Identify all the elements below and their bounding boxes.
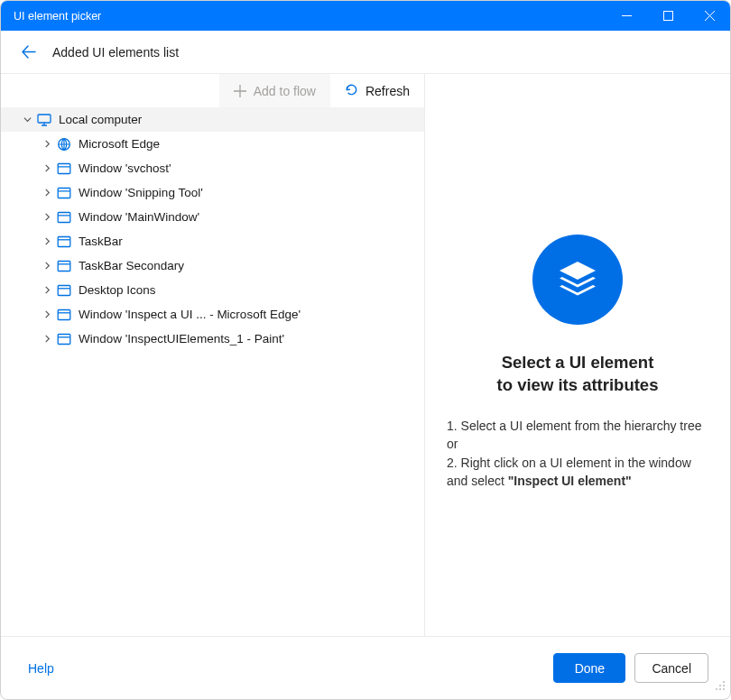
window-icon xyxy=(57,283,71,298)
window-title: UI element picker xyxy=(14,10,101,23)
tree-root[interactable]: Local computer xyxy=(1,107,424,132)
window-icon xyxy=(57,210,71,225)
monitor-icon xyxy=(37,113,51,127)
tree-item[interactable]: Desktop Icons xyxy=(1,278,424,302)
body: Add to flow Refresh Loca xyxy=(1,74,730,636)
tree-item[interactable]: Window 'Snipping Tool' xyxy=(1,180,424,205)
window-icon xyxy=(57,259,71,273)
tree-item-label: Microsoft Edge xyxy=(79,137,160,151)
tree-item[interactable]: Microsoft Edge xyxy=(1,132,424,156)
chevron-right-icon[interactable] xyxy=(41,211,53,224)
tree-item[interactable]: Window 'svchost' xyxy=(1,156,424,180)
svg-rect-6 xyxy=(58,236,70,246)
app-window: UI element picker Added UI elements list xyxy=(0,0,731,700)
chevron-right-icon[interactable] xyxy=(41,309,53,321)
maximize-icon xyxy=(663,11,673,21)
svg-rect-10 xyxy=(58,334,70,344)
globe-icon xyxy=(57,137,71,152)
tree-item[interactable]: Window 'InspectUIElements_1 - Paint' xyxy=(1,327,424,351)
svg-rect-5 xyxy=(58,212,70,222)
titlebar: UI element picker xyxy=(1,1,730,31)
close-button[interactable] xyxy=(689,1,730,31)
svg-rect-9 xyxy=(58,309,70,319)
tree-root-label: Local computer xyxy=(59,113,142,126)
add-to-flow-button: Add to flow xyxy=(219,74,330,107)
svg-rect-4 xyxy=(58,188,70,198)
window-icon xyxy=(57,161,71,176)
tree-item-label: Window 'MainWindow' xyxy=(79,210,199,224)
footer: Help Done Cancel xyxy=(1,636,730,699)
chevron-right-icon[interactable] xyxy=(41,235,53,248)
refresh-button[interactable]: Refresh xyxy=(330,74,424,107)
minimize-button[interactable] xyxy=(606,1,647,31)
left-pane: Add to flow Refresh Loca xyxy=(1,74,425,636)
refresh-label: Refresh xyxy=(366,84,410,98)
tree-item-label: TaskBar Secondary xyxy=(79,259,184,272)
placeholder-title: Select a UI element to view its attribut… xyxy=(497,352,659,397)
arrow-left-icon xyxy=(21,44,36,60)
maximize-button[interactable] xyxy=(647,1,689,31)
window-controls xyxy=(606,1,730,31)
chevron-right-icon[interactable] xyxy=(41,138,53,151)
back-button[interactable] xyxy=(21,44,36,60)
placeholder-title-line2: to view its attributes xyxy=(497,375,659,394)
placeholder-step-2: 2. Right click on a UI element in the wi… xyxy=(447,454,708,491)
svg-rect-3 xyxy=(58,163,70,173)
minimize-icon xyxy=(622,11,632,21)
tree[interactable]: Local computer Microsoft EdgeWindow 'svc… xyxy=(1,107,424,636)
tree-item-label: Window 'Inspect a UI ... - Microsoft Edg… xyxy=(79,308,301,321)
chevron-right-icon[interactable] xyxy=(41,162,53,175)
chevron-right-icon[interactable] xyxy=(41,187,53,199)
tree-item-label: Window 'svchost' xyxy=(79,161,171,175)
done-button[interactable]: Done xyxy=(553,653,625,683)
svg-rect-8 xyxy=(58,285,70,295)
page-header: Added UI elements list xyxy=(1,31,730,74)
tree-item[interactable]: TaskBar Secondary xyxy=(1,253,424,278)
plus-icon xyxy=(234,85,246,97)
svg-rect-7 xyxy=(58,261,70,271)
right-pane: Select a UI element to view its attribut… xyxy=(425,74,730,636)
tree-item-label: TaskBar xyxy=(79,235,123,248)
window-icon xyxy=(57,332,71,346)
svg-rect-0 xyxy=(663,12,672,21)
chevron-right-icon[interactable] xyxy=(41,284,53,297)
placeholder-step-1: 1. Select a UI element from the hierarch… xyxy=(447,417,708,454)
cancel-button[interactable]: Cancel xyxy=(634,653,708,683)
page-title: Added UI elements list xyxy=(52,45,179,60)
chevron-right-icon[interactable] xyxy=(41,260,53,272)
window-icon xyxy=(57,186,71,200)
help-link[interactable]: Help xyxy=(28,661,54,676)
tree-item[interactable]: Window 'MainWindow' xyxy=(1,205,424,229)
add-to-flow-label: Add to flow xyxy=(254,84,316,98)
window-icon xyxy=(57,235,71,249)
chevron-right-icon[interactable] xyxy=(41,333,53,345)
tree-item[interactable]: Window 'Inspect a UI ... - Microsoft Edg… xyxy=(1,302,424,327)
close-icon xyxy=(705,11,715,21)
tree-item[interactable]: TaskBar xyxy=(1,229,424,253)
layers-icon xyxy=(532,235,623,325)
placeholder-steps: 1. Select a UI element from the hierarch… xyxy=(447,417,708,490)
placeholder-title-line1: Select a UI element xyxy=(502,353,654,372)
tree-item-label: Window 'InspectUIElements_1 - Paint' xyxy=(79,332,284,345)
window-icon xyxy=(57,308,71,322)
toolbar: Add to flow Refresh xyxy=(1,74,424,107)
refresh-icon xyxy=(345,83,358,99)
tree-item-label: Desktop Icons xyxy=(79,283,156,297)
tree-item-label: Window 'Snipping Tool' xyxy=(79,186,203,199)
svg-rect-1 xyxy=(38,115,51,123)
chevron-down-icon[interactable] xyxy=(21,114,33,126)
